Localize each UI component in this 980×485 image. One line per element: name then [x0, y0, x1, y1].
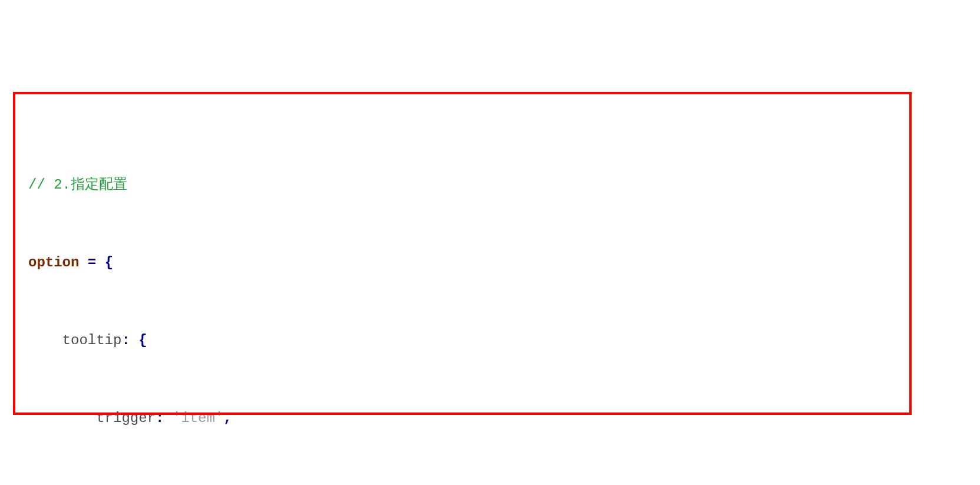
key-trigger: trigger: [96, 410, 156, 426]
code-editor[interactable]: // 2.指定配置 option = { tooltip: { trigger:…: [0, 78, 980, 485]
key-tooltip: tooltip: [62, 332, 122, 348]
colon: :: [121, 332, 130, 348]
comma: ,: [223, 410, 232, 426]
string-value: 'item': [173, 410, 223, 426]
code-line[interactable]: trigger: 'item',: [0, 408, 980, 428]
code-line[interactable]: tooltip: {: [0, 331, 980, 350]
brace-open: {: [105, 255, 113, 270]
var-option: option: [28, 255, 79, 270]
colon: :: [156, 410, 164, 426]
equals: =: [88, 255, 96, 270]
comment-text: // 2.指定配置: [28, 177, 127, 193]
code-line[interactable]: option = {: [0, 253, 980, 272]
code-line[interactable]: // 2.指定配置: [0, 175, 980, 194]
brace-open: {: [138, 332, 147, 348]
